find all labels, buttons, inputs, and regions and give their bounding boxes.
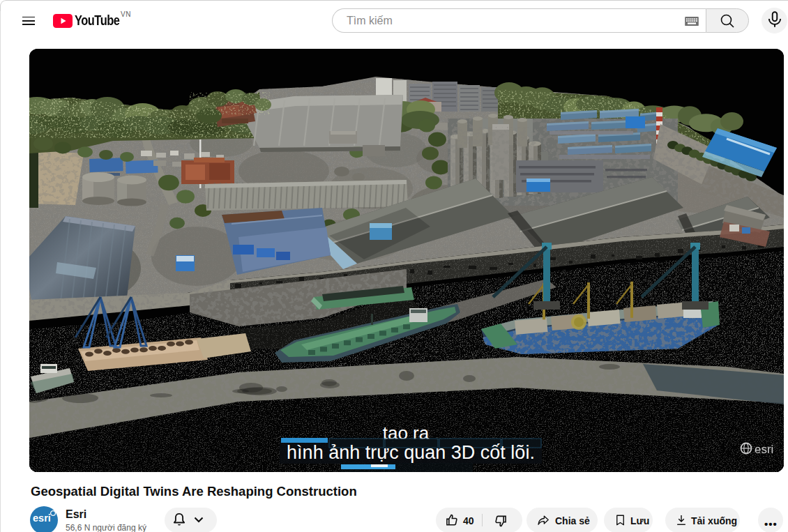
svg-text:esri: esri bbox=[755, 443, 773, 456]
svg-text:hình ảnh trực quan 3D cốt lõi.: hình ảnh trực quan 3D cốt lõi. bbox=[287, 442, 535, 463]
